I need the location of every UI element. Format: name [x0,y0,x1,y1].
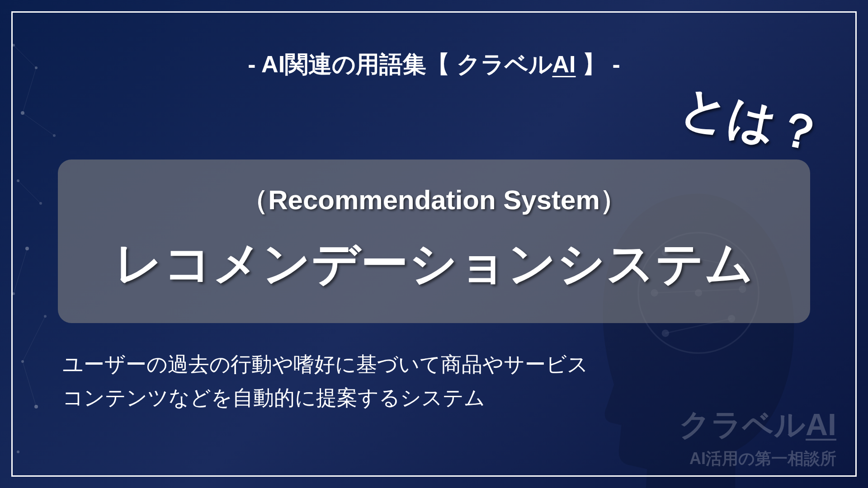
footer-logo-prefix: クラベル [679,407,806,441]
header-suffix: 】 - [576,51,620,77]
page-header: - AI関連の用語集【 クラベルAI 】 - [58,49,810,80]
footer-branding: クラベルAI AI活用の第一相談所 [679,404,836,470]
footer-tagline: AI活用の第一相談所 [679,448,836,470]
term-definition-card: とは？ （Recommendation System） レコメンデーションシステ… [58,160,810,323]
description-line-1: ユーザーの過去の行動や嗜好に基づいて商品やサービス [62,348,810,381]
header-prefix: - AI関連の用語集【 クラベル [248,51,552,77]
term-japanese-title: レコメンデーションシステム [85,232,783,296]
header-title: - AI関連の用語集【 クラベルAI 】 - [248,51,620,77]
term-english-title: （Recommendation System） [85,182,783,219]
what-is-callout: とは？ [675,75,829,167]
footer-logo-underlined: AI [806,407,836,441]
header-underlined: AI [552,51,576,77]
footer-logo: クラベルAI [679,404,836,446]
